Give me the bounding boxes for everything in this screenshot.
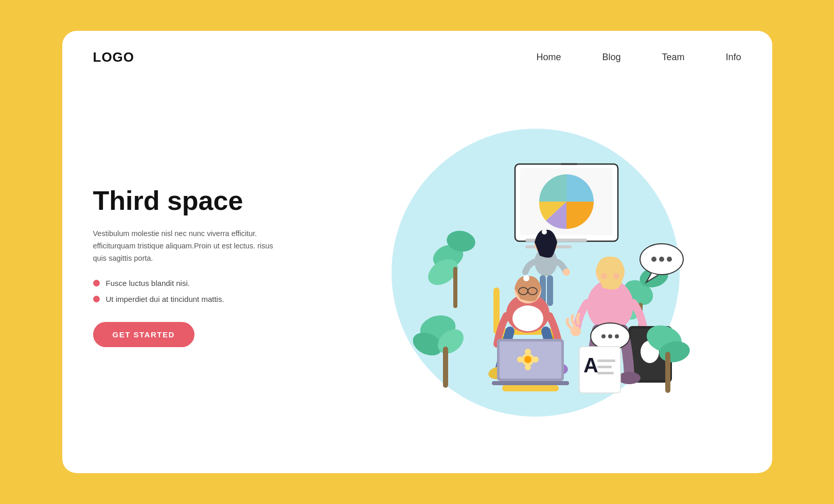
page-headline: Third space bbox=[93, 186, 320, 215]
main-content: Third space Vestibulum molestie nisl nec… bbox=[62, 76, 772, 473]
svg-point-39 bbox=[517, 356, 523, 363]
nav-links: Home Blog Team Info bbox=[536, 52, 741, 63]
left-panel: Third space Vestibulum molestie nisl nec… bbox=[93, 186, 330, 348]
hero-illustration: A bbox=[376, 113, 695, 421]
bullet-dot-1 bbox=[93, 280, 100, 286]
nav-blog[interactable]: Blog bbox=[602, 52, 620, 62]
svg-rect-41 bbox=[492, 381, 569, 385]
svg-rect-18 bbox=[547, 275, 553, 306]
svg-point-16 bbox=[563, 268, 570, 276]
bullet-item-1: Fusce luctus blandit nisi. bbox=[93, 279, 320, 287]
svg-point-45 bbox=[601, 273, 607, 279]
svg-point-53 bbox=[618, 372, 641, 384]
svg-point-46 bbox=[613, 273, 619, 279]
right-panel: A bbox=[330, 113, 741, 421]
bullet-text-2: Ut imperdiet dui at tincidunt mattis. bbox=[106, 295, 224, 303]
nav-info[interactable]: Info bbox=[725, 52, 741, 62]
svg-text:A: A bbox=[583, 354, 598, 376]
bullet-item-2: Ut imperdiet dui at tincidunt mattis. bbox=[93, 295, 320, 303]
svg-point-59 bbox=[601, 334, 606, 338]
bullet-list: Fusce luctus blandit nisi. Ut imperdiet … bbox=[93, 279, 320, 303]
svg-point-15 bbox=[542, 229, 547, 235]
svg-rect-66 bbox=[597, 372, 614, 374]
svg-point-44 bbox=[614, 279, 622, 285]
main-card: LOGO Home Blog Team Info Third space Ves… bbox=[62, 31, 772, 473]
bullet-text-1: Fusce luctus blandit nisi. bbox=[106, 279, 190, 287]
svg-point-36 bbox=[524, 356, 531, 363]
svg-point-25 bbox=[512, 305, 543, 331]
svg-point-57 bbox=[667, 257, 672, 262]
svg-point-56 bbox=[659, 257, 664, 262]
svg-point-38 bbox=[525, 364, 531, 370]
svg-rect-70 bbox=[443, 347, 448, 388]
nav-team[interactable]: Team bbox=[662, 52, 684, 62]
svg-rect-65 bbox=[597, 366, 612, 368]
svg-point-40 bbox=[533, 356, 539, 363]
nav-home[interactable]: Home bbox=[536, 52, 561, 62]
svg-rect-3 bbox=[453, 267, 457, 308]
svg-point-37 bbox=[525, 349, 531, 355]
svg-point-60 bbox=[608, 334, 612, 338]
logo: LOGO bbox=[93, 49, 135, 65]
body-text: Vestibulum molestie nisl nec nunc viverr… bbox=[93, 228, 278, 265]
svg-rect-22 bbox=[502, 385, 559, 391]
cta-button[interactable]: GET STARTED bbox=[93, 322, 194, 347]
svg-point-27 bbox=[523, 275, 529, 281]
bullet-dot-2 bbox=[93, 296, 100, 302]
svg-rect-64 bbox=[597, 359, 615, 362]
svg-point-55 bbox=[651, 257, 656, 262]
svg-rect-73 bbox=[665, 352, 670, 393]
navbar: LOGO Home Blog Team Info bbox=[62, 31, 772, 76]
svg-point-61 bbox=[615, 334, 619, 338]
